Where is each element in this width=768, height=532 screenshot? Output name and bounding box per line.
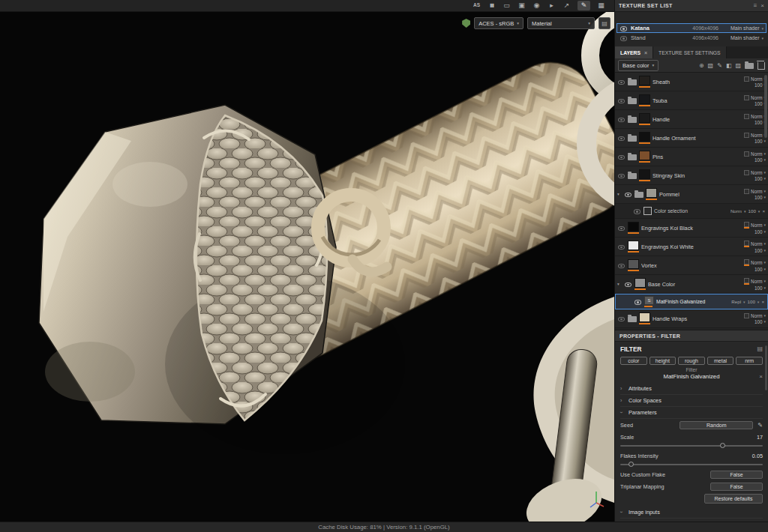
trash-icon[interactable]	[758, 62, 765, 70]
layer-thumbnail[interactable]	[646, 188, 657, 198]
layer-row-tsuba[interactable]: Tsuba Norm 100	[615, 91, 768, 110]
effect-blend[interactable]: Repl	[731, 299, 741, 304]
effect-blend[interactable]: Norm	[730, 208, 742, 214]
layer-row-engravings-koi-white[interactable]: Engravings Koi White Norm 100	[615, 238, 768, 256]
effect-row-matfinish-galvanized[interactable]: MatFinish Galvanized Repl 100	[615, 294, 768, 309]
group-image-inputs[interactable]: Image inputs	[620, 507, 763, 519]
opacity-value[interactable]: 100	[754, 157, 763, 163]
pencil-icon[interactable]	[717, 62, 722, 69]
stamp-icon[interactable]	[708, 62, 714, 69]
remove-effect-icon[interactable]	[761, 299, 764, 304]
opacity-value[interactable]: 100	[754, 267, 763, 272]
visibility-eye-icon[interactable]	[633, 207, 641, 215]
channel-filter-dropdown[interactable]: Base color	[618, 60, 658, 71]
effect-row-color-selection[interactable]: Color selection Norm 100	[615, 204, 768, 219]
scale-slider[interactable]	[620, 445, 763, 447]
layer-thumbnail[interactable]	[639, 169, 650, 179]
effect-name[interactable]: MatFinish Galvanized	[656, 299, 729, 304]
export-icon[interactable]	[562, 1, 571, 10]
blend-mode[interactable]: Norm	[751, 189, 762, 194]
properties-scrollbar[interactable]	[765, 345, 767, 390]
layer-list-scrollbar[interactable]	[764, 75, 767, 138]
channel-chip-color[interactable]: color	[620, 357, 647, 365]
add-effect-icon[interactable]	[699, 62, 704, 69]
video-icon[interactable]	[548, 1, 556, 10]
blend-mode[interactable]: Norm	[751, 95, 762, 100]
channel-thumb[interactable]	[744, 222, 749, 227]
layer-row-sheath[interactable]: Sheath Norm 100	[615, 73, 768, 91]
layer-name[interactable]: Stingray Skin	[652, 172, 742, 179]
tab-texture-set-settings[interactable]: TEXTURE SET SETTINGS	[653, 46, 727, 58]
layer-name[interactable]: Handle Ornament	[652, 135, 742, 142]
layer-name[interactable]: Pommel	[659, 191, 742, 198]
layer-name[interactable]: Pins	[652, 154, 742, 160]
visibility-eye-icon[interactable]	[624, 190, 632, 199]
layer-name[interactable]: Tsuba	[652, 97, 742, 104]
layer-row-pommel[interactable]: ▾ Pommel Norm 100	[615, 185, 768, 204]
layer-row-handle-wraps[interactable]: Handle Wraps Norm 100	[615, 309, 768, 328]
flakes-intensity-value[interactable]: 0.05	[752, 453, 763, 459]
blend-mode[interactable]: Norm	[751, 241, 762, 247]
visibility-eye-icon[interactable]	[617, 224, 626, 232]
remove-effect-icon[interactable]	[762, 208, 765, 214]
blend-mode[interactable]: Norm	[751, 133, 762, 138]
channel-thumb[interactable]	[744, 133, 749, 138]
layer-thumbnail[interactable]	[639, 113, 650, 123]
as-overlay-icon[interactable]	[472, 1, 481, 10]
dock-icon[interactable]	[598, 17, 610, 29]
blend-mode[interactable]: Norm	[751, 114, 762, 119]
opacity-value[interactable]: 100	[754, 285, 763, 291]
panel-close-icon[interactable]	[760, 3, 764, 9]
layer-row-engravings-koi-black[interactable]: Engravings Koi Black Norm 100	[615, 219, 768, 238]
camera-icon[interactable]	[532, 1, 541, 10]
channel-chip-metal[interactable]: metal	[707, 357, 734, 365]
layer-name[interactable]: Handle	[652, 116, 742, 123]
flakes-slider-handle[interactable]	[628, 462, 634, 467]
texture-set-shader[interactable]: Main shader	[722, 25, 764, 31]
channel-thumb[interactable]	[744, 241, 749, 246]
visibility-eye-icon[interactable]	[617, 243, 626, 251]
pause-icon[interactable]	[488, 1, 496, 10]
visibility-eye-icon[interactable]	[617, 172, 626, 180]
layer-row-handle-ornament[interactable]: Handle Ornament Norm 100	[615, 129, 768, 148]
visibility-eye-icon[interactable]	[617, 153, 626, 161]
opacity-value[interactable]: 100	[754, 139, 763, 144]
layer-thumbnail[interactable]	[634, 278, 646, 288]
texture-set-row-katana[interactable]: Katana 4096x4096 Main shader	[616, 23, 766, 33]
channel-thumb[interactable]	[744, 170, 749, 175]
effect-name[interactable]: Color selection	[654, 208, 728, 214]
layers-view-icon[interactable]	[518, 1, 526, 10]
channel-thumb[interactable]	[744, 189, 749, 194]
marquee-select-icon[interactable]	[502, 1, 511, 10]
blend-mode[interactable]: Norm	[751, 76, 762, 82]
expand-caret-icon[interactable]: ▾	[617, 192, 622, 196]
blend-mode[interactable]: Norm	[751, 223, 762, 228]
layer-thumbnail[interactable]	[639, 312, 650, 322]
seed-random-button[interactable]: Random	[680, 421, 753, 429]
visibility-eye-icon[interactable]	[617, 134, 626, 142]
channel-thumb[interactable]	[744, 278, 749, 283]
visibility-eye-icon[interactable]	[634, 297, 642, 306]
channel-thumb[interactable]	[744, 76, 749, 82]
restore-defaults-button[interactable]: Restore defaults	[704, 494, 763, 504]
effect-opacity[interactable]: 100	[748, 299, 755, 304]
layer-name[interactable]: Vortex	[641, 262, 742, 269]
edit-seed-icon[interactable]	[758, 422, 763, 429]
remove-filter-icon[interactable]	[759, 373, 763, 380]
colorspace-shield-icon[interactable]	[462, 19, 470, 28]
panel-menu-icon[interactable]	[754, 3, 758, 9]
visibility-eye-icon[interactable]	[624, 280, 632, 288]
opacity-value[interactable]: 100	[754, 176, 763, 181]
layer-name[interactable]: Engravings Koi Black	[641, 225, 742, 232]
display-mode-dropdown[interactable]: Material	[527, 17, 595, 29]
layer-row-pins[interactable]: Pins Norm 100	[615, 148, 768, 166]
visibility-eye-icon[interactable]	[617, 97, 626, 105]
layer-thumbnail[interactable]	[628, 259, 639, 269]
channel-thumb[interactable]	[744, 313, 749, 318]
texture-set-shader[interactable]: Main shader	[722, 35, 764, 40]
opacity-value[interactable]: 100	[754, 120, 763, 125]
channel-thumb[interactable]	[744, 151, 749, 157]
visibility-eye-icon[interactable]	[620, 24, 628, 32]
scale-slider-handle[interactable]	[720, 443, 725, 448]
group-color-spaces[interactable]: Color Spaces	[620, 395, 763, 407]
